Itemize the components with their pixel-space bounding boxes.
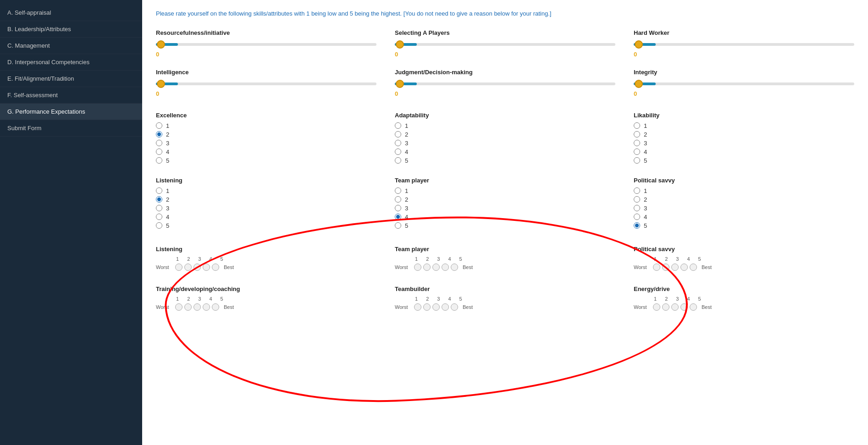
- slider-judgment-value: 0: [395, 90, 615, 97]
- sidebar-item-self-assessment[interactable]: F. Self-assessment: [0, 87, 142, 104]
- rating-scale-teambuilder-label: Teambuilder: [395, 286, 615, 292]
- radio-likability-2[interactable]: 2: [634, 131, 854, 138]
- sidebar-item-fit[interactable]: E. Fit/Alignment/Tradition: [0, 71, 142, 87]
- teambuilder-dot-2[interactable]: [423, 303, 431, 311]
- training-dot-3[interactable]: [194, 303, 201, 311]
- team-player-dot-5[interactable]: [451, 264, 458, 271]
- radio-adaptability-5[interactable]: 5: [395, 157, 615, 164]
- radio-political-savvy-3[interactable]: 3: [634, 205, 854, 212]
- radio-political-savvy-4[interactable]: 4: [634, 214, 854, 220]
- rating-scale-political-savvy: Political savvy 1 2 3 4 5 Worst Best: [634, 246, 854, 271]
- rating-scale-energy-label: Energy/drive: [634, 286, 854, 292]
- sidebar: A. Self-appraisal B. Leadership/Attribut…: [0, 0, 142, 445]
- energy-dot-1[interactable]: [653, 303, 660, 311]
- energy-dot-2[interactable]: [662, 303, 669, 311]
- radio-likability-1[interactable]: 1: [634, 122, 854, 129]
- radio-adaptability-4[interactable]: 4: [395, 148, 615, 155]
- radio-excellence-3[interactable]: 3: [156, 140, 376, 147]
- worst-label-teambuilder: Worst: [395, 304, 412, 310]
- bottom-rating-grid: Training/developing/coaching 1 2 3 4 5 W…: [156, 286, 854, 311]
- rating-scale-political-savvy-label: Political savvy: [634, 246, 854, 253]
- radio-excellence-4[interactable]: 4: [156, 148, 376, 155]
- radio-listening-5[interactable]: 5: [156, 222, 376, 229]
- sidebar-item-management[interactable]: C. Management: [0, 38, 142, 54]
- main-content: Please rate yourself on the following sk…: [142, 0, 868, 445]
- radio-excellence: Excellence 1 2 3 4 5: [156, 112, 376, 166]
- radio-adaptability-2[interactable]: 2: [395, 131, 615, 138]
- listening-dot-5[interactable]: [212, 264, 219, 271]
- training-dot-4[interactable]: [203, 303, 210, 311]
- radio-team-player-4[interactable]: 4: [395, 214, 615, 220]
- radio-listening-3[interactable]: 3: [156, 205, 376, 212]
- slider-hard-worker-label: Hard Worker: [634, 29, 854, 36]
- radio-adaptability-1[interactable]: 1: [395, 122, 615, 129]
- slider-resourcefulness: Resourcefulness/initiative 0: [156, 29, 376, 58]
- radio-team-player-3[interactable]: 3: [395, 205, 615, 212]
- political-savvy-dot-2[interactable]: [662, 264, 669, 271]
- teambuilder-dot-5[interactable]: [451, 303, 458, 311]
- listening-dot-4[interactable]: [203, 264, 210, 271]
- radio-listening-4[interactable]: 4: [156, 214, 376, 220]
- energy-dot-4[interactable]: [680, 303, 688, 311]
- best-label-team-player: Best: [460, 264, 473, 270]
- listening-dot-3[interactable]: [194, 264, 201, 271]
- slider-judgment: Judgment/Decision-making 0: [395, 69, 615, 97]
- energy-dot-3[interactable]: [671, 303, 679, 311]
- teambuilder-dot-4[interactable]: [442, 303, 449, 311]
- political-savvy-dot-3[interactable]: [671, 264, 679, 271]
- teambuilder-dot-3[interactable]: [432, 303, 440, 311]
- team-player-dot-1[interactable]: [414, 264, 421, 271]
- best-label-teambuilder: Best: [460, 304, 473, 310]
- radio-likability-4[interactable]: 4: [634, 148, 854, 155]
- radio-listening-2[interactable]: 2: [156, 196, 376, 203]
- radio-likability: Likability 1 2 3 4 5: [634, 112, 854, 166]
- radio-team-player-2[interactable]: 2: [395, 196, 615, 203]
- radio-excellence-2[interactable]: 2: [156, 131, 376, 138]
- best-label-political-savvy: Best: [699, 264, 712, 270]
- slider-intelligence-value: 0: [156, 90, 376, 97]
- team-player-dot-2[interactable]: [423, 264, 431, 271]
- sidebar-item-submit[interactable]: Submit Form: [0, 120, 142, 137]
- teambuilder-dot-1[interactable]: [414, 303, 421, 311]
- radio-excellence-1[interactable]: 1: [156, 122, 376, 129]
- radio-team-player: Team player 1 2 3 4 5: [395, 177, 615, 231]
- radio-adaptability: Adaptability 1 2 3 4 5: [395, 112, 615, 166]
- slider-hard-worker-value: 0: [634, 51, 854, 58]
- political-savvy-dot-1[interactable]: [653, 264, 660, 271]
- radio-political-savvy-1[interactable]: 1: [634, 187, 854, 194]
- listening-dot-2[interactable]: [184, 264, 192, 271]
- team-player-dot-4[interactable]: [442, 264, 449, 271]
- sidebar-item-interpersonal[interactable]: D. Interpersonal Competencies: [0, 54, 142, 71]
- radio-political-savvy-5[interactable]: 5: [634, 222, 854, 229]
- slider-hard-worker: Hard Worker 0: [634, 29, 854, 58]
- radio-team-player-5[interactable]: 5: [395, 222, 615, 229]
- training-dot-1[interactable]: [175, 303, 182, 311]
- rating-scale-listening: Listening 1 2 3 4 5 Worst Best: [156, 246, 376, 271]
- radio-excellence-5[interactable]: 5: [156, 157, 376, 164]
- worst-label-political-savvy: Worst: [634, 264, 651, 270]
- radio-adaptability-label: Adaptability: [395, 112, 615, 119]
- radio-political-savvy-2[interactable]: 2: [634, 196, 854, 203]
- sidebar-item-self-appraisal[interactable]: A. Self-appraisal: [0, 5, 142, 21]
- radio-team-player-1[interactable]: 1: [395, 187, 615, 194]
- rating-scale-listening-label: Listening: [156, 246, 376, 253]
- radio-adaptability-3[interactable]: 3: [395, 140, 615, 147]
- slider-resourcefulness-label: Resourcefulness/initiative: [156, 29, 376, 36]
- slider-resourcefulness-value: 0: [156, 51, 376, 58]
- sidebar-item-performance[interactable]: G. Performance Expectations: [0, 104, 142, 120]
- radio-likability-3[interactable]: 3: [634, 140, 854, 147]
- rating-scale-grid: Listening 1 2 3 4 5 Worst Best Team play…: [156, 246, 854, 271]
- sidebar-item-leadership[interactable]: B. Leadership/Attributes: [0, 21, 142, 38]
- energy-dot-5[interactable]: [690, 303, 697, 311]
- training-dot-2[interactable]: [184, 303, 192, 311]
- listening-dot-1[interactable]: [175, 264, 182, 271]
- slider-judgment-label: Judgment/Decision-making: [395, 69, 615, 76]
- training-dot-5[interactable]: [212, 303, 219, 311]
- radio-listening-1[interactable]: 1: [156, 187, 376, 194]
- political-savvy-dot-5[interactable]: [690, 264, 697, 271]
- radio-listening: Listening 1 2 3 4 5: [156, 177, 376, 231]
- radio-political-savvy: Political savvy 1 2 3 4 5: [634, 177, 854, 231]
- radio-likability-5[interactable]: 5: [634, 157, 854, 164]
- political-savvy-dot-4[interactable]: [680, 264, 688, 271]
- team-player-dot-3[interactable]: [432, 264, 440, 271]
